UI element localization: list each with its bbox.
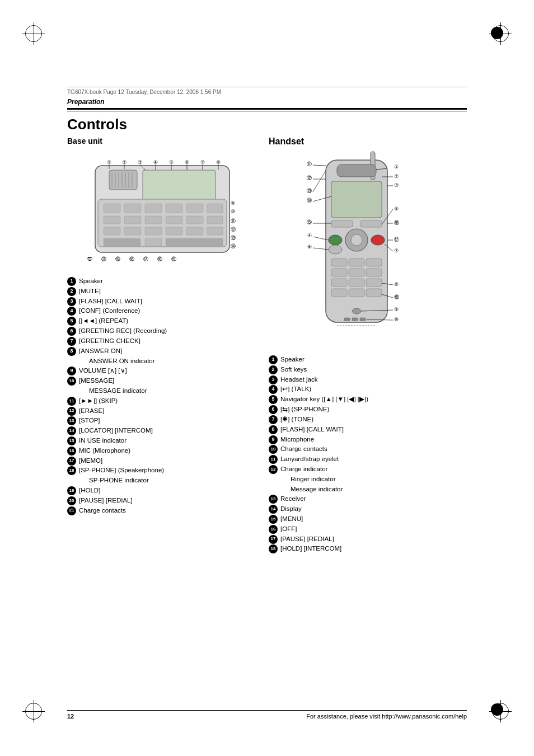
svg-rect-27 [186, 227, 203, 235]
h-label-3: Headset jack [280, 375, 317, 385]
svg-rect-65 [331, 220, 353, 227]
handset-item-5: 5 Navigator key ([▲] [▼] [◀] [▶]) [269, 395, 467, 405]
label-21: Charge contacts [79, 506, 126, 516]
handset-item-16: 16 [OFF] [269, 524, 467, 534]
badge-14: 14 [67, 426, 76, 435]
svg-line-113 [313, 171, 326, 192]
label-2: [MUTE] [79, 287, 101, 297]
base-item-1: 1 Speaker [67, 276, 257, 287]
badge-1: 1 [67, 277, 76, 286]
svg-point-70 [329, 245, 342, 254]
handset-item-18: 18 [HOLD] [INTERCOM] [269, 544, 467, 554]
label-4: [CONF] (Conference) [79, 306, 140, 316]
svg-text:⑫: ⑫ [231, 227, 236, 232]
handset-svg: ① ② ③ ④ ⑤ [284, 149, 452, 350]
handset-column: Handset [269, 137, 467, 554]
svg-text:㉑: ㉑ [87, 256, 92, 262]
svg-rect-76 [349, 269, 364, 276]
base-item-21: 21 Charge contacts [67, 506, 257, 516]
svg-text:⑱: ⑱ [394, 294, 399, 300]
base-item-20: 20 [PAUSE] [REDIAL] [67, 496, 257, 506]
svg-text:⑧: ⑧ [216, 159, 221, 165]
print-mark-br [491, 703, 503, 716]
base-item-13: 13 [STOP] [67, 416, 257, 426]
label-20: [PAUSE] [REDIAL] [79, 496, 133, 506]
base-unit-diagram: ① ② ③ ④ ⑤ ⑥ ⑦ ⑧ ⑨ ⑩ ⑪ ⑫ ⑬ [67, 149, 257, 272]
svg-rect-18 [124, 216, 141, 224]
page: TG607X.book Page 12 Tuesday, December 12… [0, 0, 534, 756]
svg-text:⑳: ⑳ [101, 256, 106, 262]
svg-point-84 [352, 308, 361, 314]
svg-rect-74 [366, 259, 382, 266]
base-item-8: 8 [ANSWER ON]ANSWER ON indicator [67, 346, 257, 367]
h-badge-13: 13 [269, 495, 278, 504]
label-16: MIC (Microphone) [79, 446, 130, 456]
svg-rect-77 [366, 269, 382, 276]
label-12: [ERASE] [79, 406, 104, 416]
two-column-layout: Base unit [67, 137, 467, 554]
h-label-13: Receiver [280, 494, 306, 504]
base-item-17: 17 [MEMO] [67, 456, 257, 466]
svg-text:④: ④ [307, 233, 312, 238]
h-label-1: Speaker [280, 355, 305, 365]
base-item-12: 12 [ERASE] [67, 406, 257, 416]
label-3: [FLASH] [CALL WAIT] [79, 297, 142, 307]
handset-item-10: 10 Charge contacts [269, 444, 467, 454]
svg-rect-20 [166, 216, 182, 224]
svg-rect-9 [143, 170, 216, 201]
badge-8: 8 [67, 347, 76, 356]
svg-text:⑨: ⑨ [231, 200, 235, 206]
print-mark-tr [491, 27, 503, 39]
h-badge-9: 9 [269, 435, 278, 444]
svg-rect-73 [349, 259, 364, 266]
h-label-11: Lanyard/strap eyelet [280, 454, 339, 464]
svg-rect-23 [104, 227, 120, 235]
svg-text:⑥: ⑥ [185, 159, 189, 165]
svg-text:①: ① [394, 164, 399, 170]
svg-rect-81 [331, 289, 347, 297]
page-number: 12 [67, 713, 74, 720]
badge-5: 5 [67, 317, 76, 326]
svg-point-69 [329, 235, 342, 245]
svg-rect-22 [207, 216, 223, 224]
base-item-19: 19 [HOLD] [67, 486, 257, 496]
svg-text:⑪: ⑪ [307, 161, 312, 167]
file-info: TG607X.book Page 12 Tuesday, December 12… [67, 89, 221, 95]
base-item-5: 5 [|◄◄] (REPEAT) [67, 316, 257, 326]
svg-rect-72 [331, 259, 347, 266]
svg-rect-11 [104, 204, 120, 213]
h-badge-1: 1 [269, 355, 278, 364]
badge-20: 20 [67, 496, 76, 505]
svg-rect-86 [352, 318, 358, 321]
h-label-14: Display [280, 504, 302, 514]
base-unit-list: 1 Speaker 2 [MUTE] 3 [FLASH] [CALL WAIT]… [67, 276, 257, 516]
svg-rect-85 [344, 318, 350, 321]
svg-rect-29 [104, 238, 140, 246]
svg-rect-75 [331, 269, 347, 276]
svg-text:⑦: ⑦ [394, 248, 399, 253]
handset-item-8: 8 [FLASH] [CALL WAIT] [269, 425, 467, 435]
svg-text:⑩: ⑩ [231, 209, 235, 214]
h-label-4: [↩] (TALK) [280, 384, 311, 395]
label-17: [MEMO] [79, 456, 102, 466]
handset-item-6: 6 [⇆] (SP-PHONE) [269, 405, 467, 415]
label-15: IN USE indicator [79, 436, 127, 446]
svg-text:⑦: ⑦ [200, 159, 205, 165]
h-badge-18: 18 [269, 544, 278, 553]
handset-item-7: 7 [✱] (TONE) [269, 415, 467, 425]
svg-text:⑥: ⑥ [307, 244, 312, 250]
h-label-15: [MENU] [280, 514, 303, 524]
svg-text:⑲: ⑲ [115, 256, 120, 262]
svg-text:⑬: ⑬ [231, 235, 236, 241]
svg-rect-15 [186, 204, 203, 213]
base-item-15: 15 IN USE indicator [67, 436, 257, 446]
reg-mark-tl [22, 22, 45, 45]
svg-rect-30 [145, 238, 162, 246]
svg-text:⑰: ⑰ [394, 237, 399, 242]
badge-7: 7 [67, 337, 76, 346]
svg-rect-82 [349, 289, 364, 297]
badge-6: 6 [67, 327, 76, 336]
badge-11: 11 [67, 397, 76, 406]
h-label-9: Microphone [280, 435, 314, 445]
svg-text:⑯: ⑯ [157, 256, 162, 262]
